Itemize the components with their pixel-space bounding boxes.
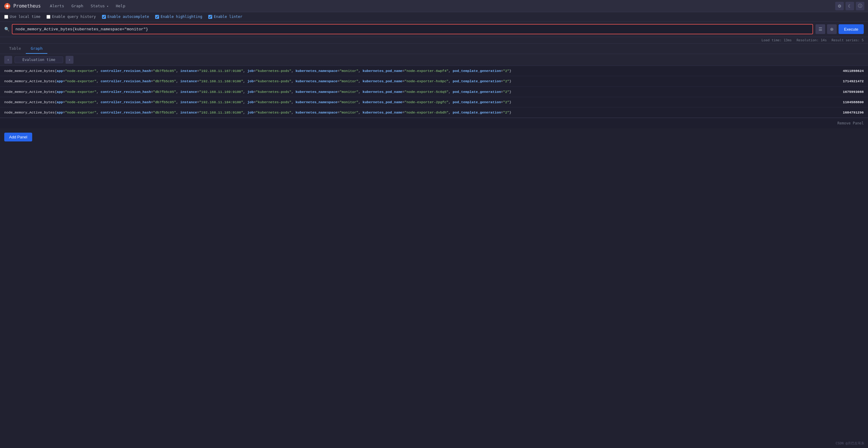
add-panel-section: Add Panel bbox=[0, 128, 868, 146]
info-icon-btn[interactable]: ⓘ bbox=[856, 2, 864, 10]
option-local-time[interactable]: Use local time bbox=[4, 14, 40, 19]
result-value: 1714921472 bbox=[833, 79, 864, 83]
label-value: "node-exporter" bbox=[65, 110, 97, 115]
autocomplete-checkbox[interactable] bbox=[102, 15, 106, 19]
eval-prev-btn[interactable]: ‹ bbox=[4, 56, 12, 64]
label-value: "2" bbox=[503, 79, 509, 83]
format-btn[interactable]: ☰ bbox=[815, 24, 825, 34]
highlighting-label: Enable highlighting bbox=[161, 14, 202, 19]
option-linter[interactable]: Enable linter bbox=[208, 14, 242, 19]
query-bar: 🔍 ☰ ⊕ Execute bbox=[0, 22, 868, 37]
linter-checkbox[interactable] bbox=[208, 15, 212, 19]
label-value: "kubernetes-pods" bbox=[256, 79, 291, 83]
result-metric: node_memory_Active_bytes{app="node-expor… bbox=[4, 110, 827, 115]
label-value: "node-exporter" bbox=[65, 90, 97, 94]
label-key: instance bbox=[180, 79, 197, 83]
result-value: 1684791296 bbox=[833, 110, 864, 115]
brand-name: Prometheus bbox=[13, 3, 41, 9]
nav-status[interactable]: Status bbox=[87, 2, 112, 9]
highlighting-checkbox[interactable] bbox=[155, 15, 159, 19]
query-input[interactable] bbox=[16, 27, 809, 32]
label-key: controller_revision_hash bbox=[101, 69, 151, 73]
eval-time-display[interactable]: Evaluation time bbox=[14, 57, 63, 63]
tab-table[interactable]: Table bbox=[4, 44, 26, 54]
label-key: job bbox=[247, 69, 254, 73]
label-key: job bbox=[247, 100, 254, 104]
watermark: CSDN @月巴左耳东 bbox=[836, 441, 864, 446]
label-key: app bbox=[57, 69, 63, 73]
metric-name: node_memory_Active_bytes bbox=[4, 110, 55, 115]
label-value: "monitor" bbox=[339, 100, 358, 104]
load-time: Load time: 13ms bbox=[762, 38, 792, 42]
label-key: app bbox=[57, 79, 63, 83]
label-key: pod_template_generation bbox=[453, 110, 501, 115]
remove-panel-link[interactable]: Remove Panel bbox=[837, 121, 864, 125]
nav-graph[interactable]: Graph bbox=[68, 2, 86, 9]
option-query-history[interactable]: Enable query history bbox=[46, 14, 96, 19]
label-value: "monitor" bbox=[339, 69, 358, 73]
label-value: "db7fb5c85" bbox=[153, 79, 176, 83]
label-value: "192.168.11.184:9100" bbox=[199, 100, 243, 104]
label-value: "monitor" bbox=[339, 79, 358, 83]
table-row: node_memory_Active_bytes{app="node-expor… bbox=[0, 76, 868, 87]
label-value: "monitor" bbox=[339, 110, 358, 115]
label-value: "node-exporter" bbox=[65, 100, 97, 104]
options-bar: Use local time Enable query history Enab… bbox=[0, 12, 868, 22]
label-value: "node-exporter-6wpf4" bbox=[404, 69, 448, 73]
settings-icon-btn[interactable]: ⚙ bbox=[835, 2, 844, 10]
bottom-bar: Remove Panel bbox=[0, 118, 868, 128]
metric-name: node_memory_Active_bytes bbox=[4, 79, 55, 83]
label-key: controller_revision_hash bbox=[101, 90, 151, 94]
label-key: kubernetes_pod_name bbox=[363, 90, 402, 94]
eval-next-btn[interactable]: › bbox=[66, 56, 73, 64]
execute-button[interactable]: Execute bbox=[839, 24, 864, 34]
label-value: "node-exporter-dvbdh" bbox=[404, 110, 448, 115]
label-key: kubernetes_namespace bbox=[296, 79, 337, 83]
result-value: 1675993088 bbox=[833, 90, 864, 94]
status-bar: Load time: 13ms Resolution: 14s Result s… bbox=[0, 37, 868, 44]
brand: Prometheus bbox=[4, 2, 41, 10]
label-key: controller_revision_hash bbox=[101, 79, 151, 83]
nav-alerts[interactable]: Alerts bbox=[47, 2, 67, 9]
label-key: pod_template_generation bbox=[453, 69, 501, 73]
result-series: Result series: 5 bbox=[832, 38, 864, 42]
label-value: "kubernetes-pods" bbox=[256, 100, 291, 104]
eval-bar: ‹ Evaluation time › bbox=[0, 54, 868, 66]
label-value: "2" bbox=[503, 90, 509, 94]
label-value: "db7fb5c85" bbox=[153, 90, 176, 94]
label-key: kubernetes_namespace bbox=[296, 69, 337, 73]
label-value: "node-exporter-2pgfc" bbox=[404, 100, 448, 104]
navbar: Prometheus Alerts Graph Status Help ⚙ ☾ … bbox=[0, 0, 868, 12]
label-value: "192.168.11.167:9100" bbox=[199, 69, 243, 73]
svg-rect-3 bbox=[7, 8, 8, 9]
label-key: job bbox=[247, 79, 254, 83]
label-key: kubernetes_namespace bbox=[296, 110, 337, 115]
label-value: "node-exporter-5c6q5" bbox=[404, 90, 448, 94]
label-value: "2" bbox=[503, 100, 509, 104]
option-highlighting[interactable]: Enable highlighting bbox=[155, 14, 202, 19]
label-key: job bbox=[247, 110, 254, 115]
label-value: "2" bbox=[503, 110, 509, 115]
label-key: kubernetes_pod_name bbox=[363, 69, 402, 73]
svg-rect-2 bbox=[7, 3, 8, 5]
query-history-checkbox[interactable] bbox=[46, 15, 51, 19]
query-input-wrapper[interactable] bbox=[12, 24, 813, 34]
label-value: "node-exporter-hx8pc" bbox=[404, 79, 448, 83]
label-key: job bbox=[247, 90, 254, 94]
label-value: "kubernetes-pods" bbox=[256, 90, 291, 94]
theme-icon-btn[interactable]: ☾ bbox=[845, 2, 854, 10]
label-key: controller_revision_hash bbox=[101, 100, 151, 104]
nav-help[interactable]: Help bbox=[113, 2, 128, 9]
option-autocomplete[interactable]: Enable autocomplete bbox=[102, 14, 149, 19]
label-key: instance bbox=[180, 110, 197, 115]
label-value: "192.168.11.185:9100" bbox=[199, 110, 243, 115]
tab-graph[interactable]: Graph bbox=[26, 44, 48, 54]
label-key: app bbox=[57, 90, 63, 94]
search-icon: 🔍 bbox=[4, 27, 9, 32]
label-key: instance bbox=[180, 90, 197, 94]
linter-label: Enable linter bbox=[214, 14, 242, 19]
local-time-label: Use local time bbox=[10, 14, 40, 19]
add-panel-button[interactable]: Add Panel bbox=[4, 133, 32, 141]
local-time-checkbox[interactable] bbox=[4, 15, 8, 19]
metrics-explorer-btn[interactable]: ⊕ bbox=[827, 24, 837, 34]
